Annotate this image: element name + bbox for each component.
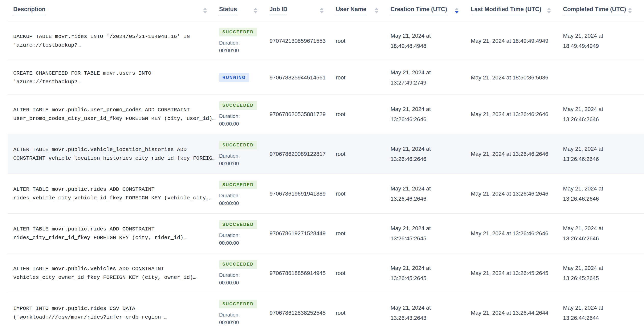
column-header-description[interactable]: Description [8, 6, 219, 15]
job-description-text[interactable]: BACKUP TABLE movr.rides INTO '/2024/05/2… [13, 32, 217, 50]
last-modified-time-cell: May 21, 2024 at 13:26:46:2646 [471, 228, 563, 239]
job-id-cell: 970678619271528449 [270, 229, 336, 238]
column-header-label: User Name [336, 6, 366, 15]
sort-caret-up-icon [628, 8, 632, 10]
table-row: ALTER TABLE movr.public.rides ADD CONSTR… [8, 174, 644, 214]
last-modified-time-cell: May 21, 2024 at 18:49:49:4949 [471, 36, 563, 46]
last-modified-time-cell: May 21, 2024 at 13:26:46:2646 [471, 149, 563, 159]
sort-caret-up-icon [254, 8, 257, 10]
status-badge: SUCCEEDED [219, 181, 257, 189]
sort-caret-up-icon [547, 8, 551, 10]
job-id-cell: 970678620535881729 [270, 109, 336, 119]
completed-time-cell: May 21, 2024 at 13:26:46:2646 [563, 104, 644, 125]
column-header-status[interactable]: Status [219, 6, 270, 15]
job-description-text[interactable]: ALTER TABLE movr.public.user_promo_codes… [13, 106, 217, 123]
table-row: ALTER TABLE movr.public.vehicles ADD CON… [8, 253, 644, 293]
job-status-cell: SUCCEEDED Duration: 00:00:00 [219, 300, 270, 326]
duration-value: 00:00:00 [219, 239, 270, 247]
sort-icon[interactable] [628, 8, 632, 13]
column-header-label: Completed Time (UTC) [563, 6, 626, 15]
table-row: ALTER TABLE movr.public.vehicle_location… [8, 134, 644, 174]
job-id-cell: 970678619691941889 [270, 189, 336, 199]
sort-caret-down-icon [455, 11, 459, 13]
sort-icon[interactable] [254, 8, 257, 13]
duration-value: 00:00:00 [219, 199, 270, 207]
user-name-cell: root [336, 36, 391, 46]
table-row: ALTER TABLE movr.public.user_promo_codes… [8, 94, 644, 134]
jobs-table: Description Status Job ID User Name Crea… [8, 0, 644, 329]
table-row: CREATE CHANGEFEED FOR TABLE movr.users I… [8, 61, 644, 94]
table-row: ALTER TABLE movr.public.rides ADD CONSTR… [8, 214, 644, 253]
duration-label: Duration: [219, 192, 270, 199]
sort-caret-up-icon [320, 8, 324, 10]
sort-caret-down-icon [254, 11, 257, 13]
status-badge: SUCCEEDED [219, 101, 257, 110]
creation-time-cell: May 21, 2024 at 13:27:49:2749 [391, 67, 471, 88]
last-modified-time-cell: May 21, 2024 at 13:26:46:2646 [471, 189, 563, 199]
duration-label: Duration: [219, 271, 270, 279]
job-duration: Duration: 00:00:00 [219, 152, 270, 167]
job-description-cell[interactable]: ALTER TABLE movr.public.vehicles ADD CON… [8, 265, 219, 282]
column-header-completed-time-utc[interactable]: Completed Time (UTC) [563, 6, 644, 15]
user-name-cell: root [336, 109, 391, 119]
creation-time-cell: May 21, 2024 at 13:26:45:2645 [391, 263, 471, 283]
job-description-text[interactable]: ALTER TABLE movr.public.rides ADD CONSTR… [13, 185, 217, 202]
column-header-user-name[interactable]: User Name [336, 6, 391, 15]
user-name-cell: root [336, 308, 391, 318]
job-description-cell[interactable]: ALTER TABLE movr.public.rides ADD CONSTR… [8, 225, 219, 242]
job-status-cell: SUCCEEDED Duration: 00:00:00 [219, 181, 270, 207]
jobs-table-header-row: Description Status Job ID User Name Crea… [8, 0, 644, 21]
sort-caret-down-icon [320, 11, 324, 13]
job-description-cell[interactable]: ALTER TABLE movr.public.vehicle_location… [8, 145, 219, 163]
job-status-cell: SUCCEEDED Duration: 00:00:00 [219, 220, 270, 247]
job-status-cell: SUCCEEDED Duration: 00:00:00 [219, 28, 270, 54]
completed-time-cell: May 21, 2024 at 13:26:46:2646 [563, 144, 644, 164]
job-description-cell[interactable]: CREATE CHANGEFEED FOR TABLE movr.users I… [8, 69, 219, 86]
job-id-cell: 970678612838252545 [270, 308, 336, 318]
job-description-text[interactable]: ALTER TABLE movr.public.rides ADD CONSTR… [13, 225, 217, 242]
user-name-cell: root [336, 189, 391, 199]
column-header-label: Last Modified Time (UTC) [471, 6, 541, 15]
sort-icon[interactable] [203, 8, 207, 13]
creation-time-cell: May 21, 2024 at 18:49:48:4948 [391, 31, 471, 51]
completed-time-cell: May 21, 2024 at 18:49:49:4949 [563, 31, 644, 51]
sort-caret-down-icon [203, 11, 207, 13]
column-header-creation-time-utc[interactable]: Creation Time (UTC) [391, 6, 471, 15]
job-description-cell[interactable]: IMPORT INTO movr.public.rides CSV DATA (… [8, 304, 219, 322]
last-modified-time-cell: May 21, 2024 at 13:26:46:2646 [471, 109, 563, 119]
column-header-last-modified-time-utc[interactable]: Last Modified Time (UTC) [471, 6, 563, 15]
last-modified-time-cell: May 21, 2024 at 13:26:45:2645 [471, 268, 563, 278]
sort-caret-up-icon [375, 8, 378, 10]
column-header-label: Job ID [270, 6, 287, 15]
job-description-text[interactable]: CREATE CHANGEFEED FOR TABLE movr.users I… [13, 69, 217, 86]
job-description-text[interactable]: IMPORT INTO movr.public.rides CSV DATA (… [13, 304, 217, 322]
sort-caret-up-icon [455, 8, 459, 10]
status-badge: SUCCEEDED [219, 141, 257, 149]
user-name-cell: root [336, 149, 391, 159]
sort-icon[interactable] [455, 8, 459, 13]
status-badge: SUCCEEDED [219, 300, 257, 308]
job-description-cell[interactable]: ALTER TABLE movr.public.user_promo_codes… [8, 106, 219, 123]
duration-value: 00:00:00 [219, 47, 270, 54]
sort-icon[interactable] [375, 8, 378, 13]
job-description-cell[interactable]: ALTER TABLE movr.public.rides ADD CONSTR… [8, 185, 219, 202]
column-header-job-id[interactable]: Job ID [270, 6, 336, 15]
job-status-cell: SUCCEEDED Duration: 00:00:00 [219, 101, 270, 128]
user-name-cell: root [336, 229, 391, 238]
sort-icon[interactable] [547, 8, 551, 13]
sort-caret-down-icon [628, 11, 632, 13]
status-badge: SUCCEEDED [219, 260, 257, 269]
duration-value: 00:00:00 [219, 319, 270, 326]
creation-time-cell: May 21, 2024 at 13:26:43:2643 [391, 303, 471, 323]
creation-time-cell: May 21, 2024 at 13:26:46:2646 [391, 104, 471, 125]
table-row: IMPORT INTO movr.public.rides CSV DATA (… [8, 293, 644, 329]
status-badge: RUNNING [219, 73, 249, 82]
job-description-text[interactable]: ALTER TABLE movr.public.vehicles ADD CON… [13, 265, 217, 282]
duration-label: Duration: [219, 39, 270, 47]
job-description-cell[interactable]: BACKUP TABLE movr.rides INTO '/2024/05/2… [8, 32, 219, 50]
sort-icon[interactable] [320, 8, 324, 13]
job-description-text[interactable]: ALTER TABLE movr.public.vehicle_location… [13, 145, 217, 163]
column-header-label: Description [13, 6, 46, 15]
job-duration: Duration: 00:00:00 [219, 231, 270, 247]
duration-label: Duration: [219, 152, 270, 160]
